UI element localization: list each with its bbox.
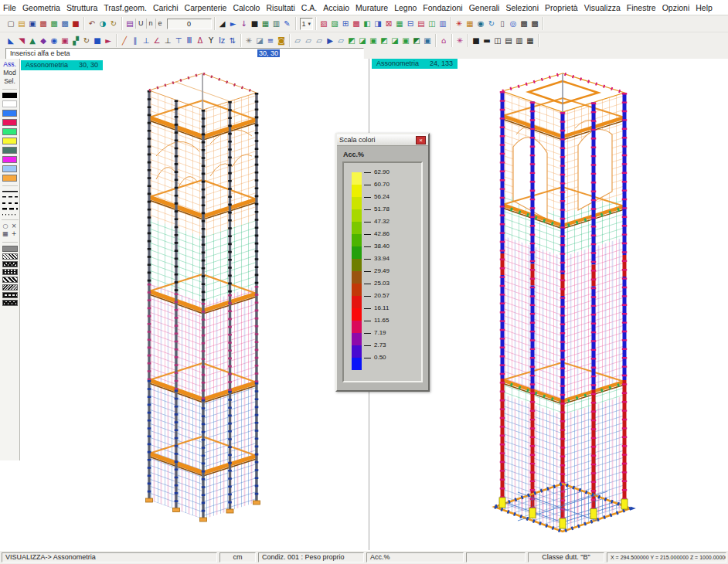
pointer[interactable]: ► [228, 18, 239, 29]
menu-carpenterie[interactable]: Carpenterie [182, 3, 230, 12]
color-swatch-white[interactable] [2, 100, 17, 107]
mesh-op-9[interactable]: ⊟ [405, 18, 416, 29]
color-swatch-lightblue[interactable] [2, 165, 17, 172]
sheet[interactable]: ◪ [254, 35, 265, 46]
fill-pattern-8[interactable] [2, 300, 18, 306]
color-swatch-blue[interactable] [2, 110, 17, 117]
color-swatch-crimson[interactable] [2, 119, 17, 126]
draw-tool-6[interactable]: ▣ [60, 35, 70, 46]
fill-pattern-7[interactable] [2, 292, 18, 298]
cube-view-5[interactable]: ◪ [390, 35, 400, 46]
menu-finestre[interactable]: Finestre [624, 3, 659, 12]
archive-red[interactable]: ▩ [38, 18, 49, 29]
mesh-op-10[interactable]: ▤ [416, 18, 427, 29]
line-style-heavy-dash[interactable] [2, 207, 18, 211]
color-swatch-yellow[interactable] [2, 138, 17, 144]
fill-pattern-3[interactable] [2, 261, 18, 267]
fill-pattern-solid[interactable] [2, 246, 18, 252]
menu-acciaio[interactable]: Acciaio [320, 3, 352, 12]
open-folder[interactable]: ▤ [16, 18, 27, 29]
menu-geometria[interactable]: Geometria [19, 3, 63, 12]
view-sheet-2[interactable]: ▱ [303, 35, 314, 46]
apply-load[interactable]: ↓ [239, 18, 250, 29]
line-style-solid[interactable] [2, 189, 18, 193]
cube-view-4[interactable]: ◩ [379, 35, 390, 46]
mesh-view[interactable]: ▦ [260, 18, 271, 29]
mesh-op-5[interactable]: ◧ [362, 18, 373, 29]
ref-diagonal[interactable]: ╱ [119, 35, 130, 46]
parallel[interactable]: ∥ [130, 35, 141, 46]
mesh-op-7[interactable]: ⊠ [383, 18, 394, 29]
draw-tool-3[interactable]: ▲ [27, 35, 38, 46]
menu-ca[interactable]: C.A. [298, 3, 320, 12]
view-sheet-1[interactable]: ▱ [292, 35, 303, 46]
deselect-icon[interactable]: × [10, 223, 19, 230]
dialog-titlebar[interactable]: Scala colori × [337, 134, 428, 146]
window-single[interactable]: ■ [471, 35, 481, 46]
delta[interactable]: Δ [195, 35, 206, 46]
command-input[interactable]: Inserisci alfa e beta 30, 30 [5, 48, 364, 59]
menu-calcolo[interactable]: Calcolo [230, 3, 263, 12]
edit-pencil[interactable]: ✎ [282, 18, 293, 29]
sidebar-tab-ass[interactable]: Ass. [3, 60, 16, 69]
une-button-n[interactable]: n [146, 19, 155, 29]
triple-line[interactable]: Ⅲ [184, 35, 195, 46]
palette-grid[interactable]: ▦ [464, 18, 475, 29]
fill-pattern-2[interactable] [2, 253, 18, 260]
menu-generali[interactable]: Generali [466, 3, 503, 12]
chevron-down-icon[interactable]: ▾ [308, 21, 311, 27]
menu-trasf-geom[interactable]: Trasf.geom. [100, 3, 150, 12]
cube-view-2[interactable]: ◪ [357, 35, 368, 46]
archive-blue[interactable]: ▩ [60, 18, 70, 29]
undo[interactable]: ↶ [87, 18, 97, 29]
fill-mode[interactable]: ◢ [217, 18, 228, 29]
fill-pattern-4[interactable] [2, 269, 18, 275]
mesh-op-2[interactable]: ▨ [329, 18, 340, 29]
mesh-op-6[interactable]: ◨ [373, 18, 383, 29]
swap-vertical[interactable]: ⇅ [227, 35, 238, 46]
save-file[interactable]: ▣ [27, 18, 38, 29]
orbit-view[interactable]: ◑ [97, 18, 108, 29]
menu-fondazioni[interactable]: Fondazioni [420, 3, 465, 12]
cube-view-7[interactable]: ◩ [411, 35, 422, 46]
delete-model[interactable]: ■ [70, 18, 81, 29]
mesh-op-3[interactable]: ⊞ [340, 18, 351, 29]
menu-legno[interactable]: Legno [391, 3, 420, 12]
redraw-circle-icon[interactable]: ○ [2, 223, 10, 230]
fill-pattern-6[interactable] [2, 284, 18, 290]
window-split-v[interactable]: ◫ [492, 35, 503, 46]
right-viewport-canvas[interactable] [470, 60, 655, 539]
draw-tool-4[interactable]: ◆ [38, 35, 49, 46]
numbering-value-field[interactable]: 0 [167, 19, 212, 29]
cube-view-3[interactable]: ▣ [368, 35, 379, 46]
draw-tool-9[interactable]: ■ [92, 35, 103, 46]
color-swatch-green[interactable] [2, 128, 17, 135]
marker[interactable]: ▶ [325, 35, 335, 46]
clip-plane[interactable]: ▱ [335, 35, 346, 46]
cube-view-6[interactable]: ▣ [400, 35, 411, 46]
perpendicular[interactable]: ⊥ [141, 35, 151, 46]
lock[interactable]: ◙ [276, 35, 287, 46]
draw-tool-10[interactable]: ► [103, 35, 114, 46]
list-view[interactable]: ≡ [265, 35, 276, 46]
options-gear[interactable]: ✳ [243, 35, 254, 46]
cube-view-8[interactable]: ▣ [422, 35, 433, 46]
results-chart[interactable]: ▥ [271, 18, 282, 29]
une-button-u[interactable]: U [135, 19, 146, 29]
menu-murature[interactable]: Murature [352, 3, 391, 12]
menu-help[interactable]: Help [692, 3, 716, 12]
window-tile-1[interactable]: ▥ [514, 35, 525, 46]
normal[interactable]: ⊥ [162, 35, 173, 46]
angle[interactable]: ∠ [151, 35, 162, 46]
draw-tool-2[interactable]: ◥ [16, 35, 27, 46]
new-file[interactable]: ▢ [5, 18, 16, 29]
add-point-icon[interactable]: + [10, 230, 19, 238]
rotate-view[interactable]: ↻ [108, 18, 119, 29]
draw-tool-1[interactable]: ◣ [5, 35, 16, 46]
render-settings[interactable]: ✳ [454, 18, 464, 29]
menu-proprieta[interactable]: Proprietà [542, 3, 581, 12]
menu-file[interactable]: File [0, 3, 19, 12]
close-button[interactable]: × [416, 136, 426, 144]
archive-green[interactable]: ▩ [49, 18, 60, 29]
mesh-op-1[interactable]: ▧ [318, 18, 329, 29]
